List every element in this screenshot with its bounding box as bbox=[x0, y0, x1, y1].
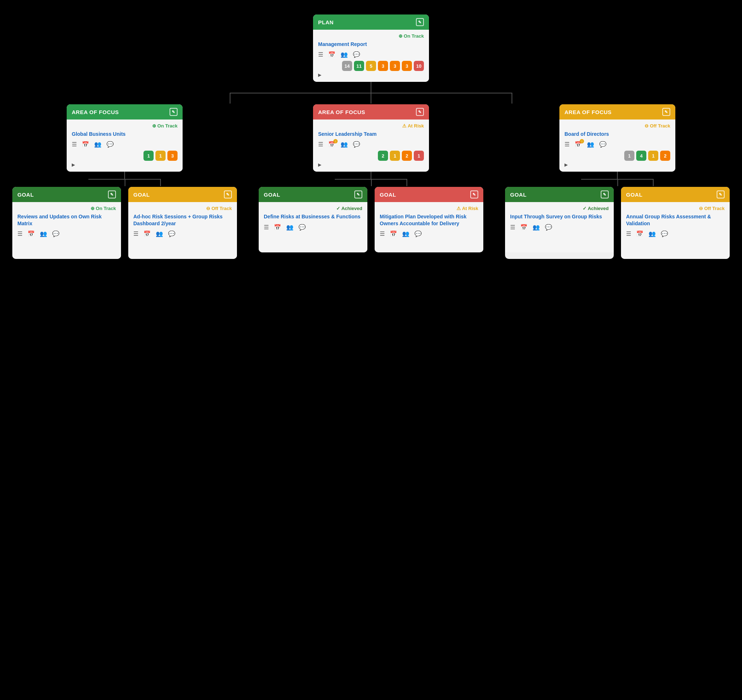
area-2-label: AREA OF FOCUS bbox=[318, 109, 365, 115]
area-card-2: AREA OF FOCUS ✎ ⚠ At Risk Senior Leaders… bbox=[313, 104, 429, 172]
goal-3-1-space bbox=[510, 234, 609, 248]
calendar-icon: 📅 bbox=[143, 230, 151, 237]
goal-2-1-status: ✓ Achieved bbox=[264, 206, 362, 211]
list-icon: ☰ bbox=[626, 230, 631, 237]
goal-3-1-label: GOAL bbox=[510, 191, 526, 198]
goal-3-1-header: GOAL ✎ bbox=[505, 187, 614, 202]
right-v-1 bbox=[160, 179, 161, 186]
people-icon: 👥 bbox=[649, 230, 656, 237]
area-row: AREA OF FOCUS ✎ ⊕ On Track Global Busine… bbox=[12, 104, 730, 259]
calendar-badge-orange: ! bbox=[333, 139, 338, 143]
goal-3-2-title: Annual Group Risks Assessment & Validati… bbox=[626, 213, 724, 226]
area-3-edit[interactable]: ✎ bbox=[662, 108, 670, 116]
area-2-chevron: ▶ bbox=[318, 162, 424, 167]
list-icon: ☰ bbox=[18, 230, 22, 237]
badge-3a: 3 bbox=[378, 61, 388, 71]
people-icon: 👥 bbox=[156, 230, 163, 237]
goal-2-1-header: GOAL ✎ bbox=[259, 187, 367, 202]
goal-3-1: GOAL ✎ ✓ Achieved Input Through Survey o… bbox=[505, 187, 614, 259]
goal-1-2-label: GOAL bbox=[133, 191, 150, 198]
area-1-header: AREA OF FOCUS ✎ bbox=[67, 104, 183, 119]
goal-1-2-icons: ☰ 📅 👥 💬 bbox=[133, 230, 232, 237]
list-icon: ☰ bbox=[510, 224, 515, 231]
goals-row-2: GOAL ✎ ✓ Achieved Define Risks at Busine… bbox=[259, 187, 483, 252]
badge-1y3: 1 bbox=[648, 151, 658, 161]
chat-icon: 💬 bbox=[168, 230, 175, 237]
goal-2-2-edit[interactable]: ✎ bbox=[470, 190, 478, 199]
area-1-label: AREA OF FOCUS bbox=[72, 109, 119, 115]
goal-1-2-body: ⊖ Off Track Ad-hoc Risk Sessions + Group… bbox=[128, 202, 237, 259]
goal-1-2-header: GOAL ✎ bbox=[128, 187, 237, 202]
area-2-body: ⚠ At Risk Senior Leadership Team ☰ 📅 ! 👥… bbox=[313, 119, 429, 172]
list-icon: ☰ bbox=[72, 141, 77, 148]
badge-14: 14 bbox=[342, 61, 352, 71]
goal-1-1-edit[interactable]: ✎ bbox=[108, 190, 116, 199]
area-3-badges: 1 4 1 2 bbox=[564, 151, 670, 161]
goal-2-1-title: Define Risks at Businesses & Functions bbox=[264, 213, 362, 220]
badge-3c: 3 bbox=[402, 61, 412, 71]
plan-chevron: ▶ bbox=[318, 72, 424, 78]
plan-status: ⊕ On Track bbox=[318, 33, 424, 39]
goal-1-1-space bbox=[18, 240, 116, 254]
h-goals-3 bbox=[581, 179, 654, 179]
goal-1-1-body: ⊕ On Track Reviews and Updates on Own Ri… bbox=[12, 202, 121, 259]
area-card-3: AREA OF FOCUS ✎ ⊖ Off Track Board of Dir… bbox=[559, 104, 675, 172]
area-2-status: ⚠ At Risk bbox=[318, 123, 424, 129]
area-col-1: AREA OF FOCUS ✎ ⊕ On Track Global Busine… bbox=[12, 104, 237, 259]
goal-2-1: GOAL ✎ ✓ Achieved Define Risks at Busine… bbox=[259, 187, 367, 252]
goal-3-2-space bbox=[626, 240, 724, 254]
people-icon: 👥 bbox=[340, 141, 348, 148]
right-v-3 bbox=[653, 179, 654, 186]
area-1-chevron: ▶ bbox=[72, 162, 178, 167]
area-1-badges: 1 1 3 bbox=[72, 151, 178, 161]
goal-2-2-header: GOAL ✎ bbox=[375, 187, 483, 202]
goal-2-2-icons: ☰ 📅 👥 💬 bbox=[380, 230, 478, 237]
goal-2-1-edit[interactable]: ✎ bbox=[354, 190, 362, 199]
plan-edit-icon[interactable]: ✎ bbox=[416, 18, 424, 26]
list-icon: ☰ bbox=[564, 141, 570, 148]
people-icon: 👥 bbox=[340, 51, 348, 58]
goal-2-1-icons: ☰ 📅 👥 💬 bbox=[264, 224, 362, 231]
badge-5: 5 bbox=[366, 61, 376, 71]
goal-1-1-header: GOAL ✎ bbox=[12, 187, 121, 202]
plan-header: PLAN ✎ bbox=[313, 15, 429, 30]
chat-icon: 💬 bbox=[353, 141, 360, 148]
goal-3-1-title: Input Through Survey on Group Risks bbox=[510, 213, 609, 220]
calendar-icon: 📅 bbox=[390, 230, 397, 237]
area-2-icons: ☰ 📅 ! 👥 💬 bbox=[318, 141, 424, 148]
area-1-edit[interactable]: ✎ bbox=[169, 108, 178, 116]
goal-3-2-header: GOAL ✎ bbox=[621, 187, 730, 202]
goal-1-2-edit[interactable]: ✎ bbox=[224, 190, 232, 199]
area-3-title: Board of Directors bbox=[564, 131, 670, 137]
people-icon: 👥 bbox=[533, 224, 540, 231]
calendar-icon-badge-3: 📅 ! bbox=[575, 141, 582, 148]
list-icon: ☰ bbox=[133, 230, 138, 237]
goal-3-2-edit[interactable]: ✎ bbox=[717, 190, 724, 199]
goals-row-1: GOAL ✎ ⊕ On Track Reviews and Updates on… bbox=[12, 187, 237, 259]
goal-1-1-title: Reviews and Updates on Own Risk Matrix bbox=[18, 213, 116, 226]
h-goals-1 bbox=[88, 179, 161, 179]
badge-1r: 1 bbox=[414, 151, 424, 161]
goal-2-2-space bbox=[380, 240, 478, 247]
area-3-label: AREA OF FOCUS bbox=[564, 109, 612, 115]
area-col-2: AREA OF FOCUS ✎ ⚠ At Risk Senior Leaders… bbox=[259, 104, 483, 252]
goal-3-1-edit[interactable]: ✎ bbox=[601, 190, 609, 199]
badge-1gray: 1 bbox=[624, 151, 635, 161]
chat-icon: 💬 bbox=[599, 141, 607, 148]
chat-icon: 💬 bbox=[52, 230, 59, 237]
badge-3b: 3 bbox=[390, 61, 400, 71]
area-2-badges: 2 1 2 1 bbox=[318, 151, 424, 161]
area-2-edit[interactable]: ✎ bbox=[416, 108, 424, 116]
area-3-goal-connector: GOAL ✎ ✓ Achieved Input Through Survey o… bbox=[505, 172, 730, 259]
center-v-3 bbox=[617, 179, 618, 186]
calendar-icon: 📅 bbox=[328, 51, 336, 58]
goal-1-1: GOAL ✎ ⊕ On Track Reviews and Updates on… bbox=[12, 187, 121, 259]
v-line-2 bbox=[371, 172, 371, 179]
goal-1-2: GOAL ✎ ⊖ Off Track Ad-hoc Risk Sessions … bbox=[128, 187, 237, 259]
goal-3-1-body: ✓ Achieved Input Through Survey on Group… bbox=[505, 202, 614, 252]
plan-title: Management Report bbox=[318, 41, 424, 47]
area-1-icons: ☰ 📅 👥 💬 bbox=[72, 141, 178, 148]
list-icon: ☰ bbox=[318, 141, 323, 148]
goals-row-3: GOAL ✎ ✓ Achieved Input Through Survey o… bbox=[505, 187, 730, 259]
goal-3-2: GOAL ✎ ⊖ Off Track Annual Group Risks As… bbox=[621, 187, 730, 259]
